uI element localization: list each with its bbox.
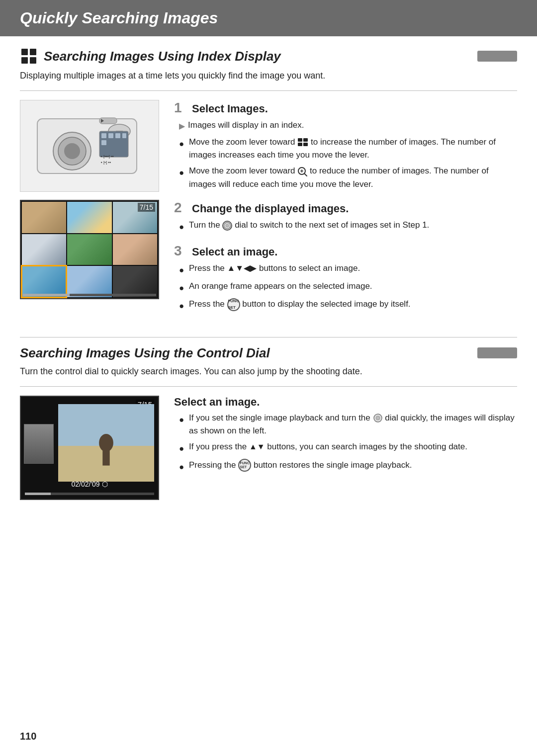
section2-layout: 7/15 02/02 <box>20 396 517 500</box>
index-bar <box>23 294 156 296</box>
step-2: 2 Change the displayed images. ● Turn th… <box>174 200 517 234</box>
svg-rect-20 <box>298 138 302 142</box>
svg-rect-14 <box>108 133 113 138</box>
svg-rect-17 <box>101 140 106 145</box>
step-1-bullet-3: ● Move the zoom lever toward to reduce t… <box>179 165 517 191</box>
step-1: 1 Select Images. ▶ Images will display i… <box>174 100 517 191</box>
svg-point-7 <box>64 143 80 159</box>
step-3-bullet-2: ● An orange frame appears on the selecte… <box>179 280 517 295</box>
step-3-bullet-2-text: An orange frame appears on the selected … <box>189 280 372 293</box>
step-1-bullet-2-text: Move the zoom lever toward to increase t… <box>189 136 517 162</box>
step-2-number: 2 <box>174 200 188 216</box>
dot-icon-7: ● <box>179 414 186 426</box>
step-1-bullets: ▶ Images will display in an index. ● Mov… <box>174 119 517 191</box>
func-icon-1: FUNCSET <box>227 298 240 311</box>
dial-icon-2 <box>373 413 383 423</box>
step-1-bullet-1: ▶ Images will display in an index. <box>179 119 517 133</box>
svg-point-32 <box>99 434 113 452</box>
step-1-bullet-3-text: Move the zoom lever toward to reduce the… <box>189 165 517 191</box>
updown-arrows-icon: ▲▼ <box>249 442 265 451</box>
func-icon-2: FUNCSET <box>238 459 251 472</box>
section2-description: Turn the control dial to quickly search … <box>20 365 517 378</box>
svg-rect-21 <box>303 138 308 142</box>
steps-image-column: ▪ [▪▪▪] ▪▪ ▪ [▪] ▪▪ 7/15 <box>20 100 159 299</box>
step-2-bullet-1: ● Turn the dial to switch to the next se… <box>179 219 517 234</box>
dot-icon-2: ● <box>179 167 186 179</box>
step-3: 3 Select an image. ● Press the ▲▼◀▶ butt… <box>174 243 517 313</box>
step-2-label: Change the displayed images. <box>192 202 349 215</box>
main-image <box>58 404 154 482</box>
dot-icon-3: ● <box>179 221 186 234</box>
dot-icon-5: ● <box>179 282 186 295</box>
steps-layout: ▪ [▪▪▪] ▪▪ ▪ [▪] ▪▪ 7/15 <box>20 100 517 322</box>
page-number: 110 <box>20 731 36 742</box>
step-2-title: 2 Change the displayed images. <box>174 200 517 216</box>
step-1-bullet-1-text: Images will display in an index. <box>188 119 304 132</box>
step-3-title: 3 Select an image. <box>174 243 517 259</box>
section1-bar <box>477 51 517 62</box>
section2-bullet-1: ● If you set the single image playback a… <box>179 412 517 438</box>
step-3-bullets: ● Press the ▲▼◀▶ buttons to select an im… <box>174 262 517 313</box>
svg-text:▪ [▪▪▪] ▪▪: ▪ [▪▪▪] ▪▪ <box>101 154 114 159</box>
section2-step-label: Select an image. <box>174 396 260 409</box>
section2-image-column: 7/15 02/02 <box>20 396 159 500</box>
section2-bar <box>477 347 517 358</box>
step-1-label: Select Images. <box>192 102 268 115</box>
svg-point-29 <box>226 224 229 227</box>
index-grid <box>21 201 158 298</box>
section2-bullet-3: ● Pressing the FUNCSET button restores t… <box>179 459 517 474</box>
section2-bullet-2-text: If you press the ▲▼ buttons, you can sea… <box>189 440 467 453</box>
svg-rect-33 <box>102 450 109 465</box>
svg-rect-16 <box>122 133 126 138</box>
section2-bullet-3-text: Pressing the FUNCSET button restores the… <box>189 459 412 472</box>
section2-step-title: Select an image. <box>174 396 517 409</box>
camera-diagram: ▪ [▪▪▪] ▪▪ ▪ [▪] ▪▪ <box>20 100 159 192</box>
section2-heading: Searching Images Using the Control Dial <box>20 345 469 361</box>
step-3-label: Select an image. <box>192 246 277 258</box>
svg-rect-1 <box>30 49 36 55</box>
index-cell-9 <box>113 266 157 297</box>
svg-rect-0 <box>21 49 28 55</box>
dot-icon-6: ● <box>179 300 186 313</box>
section1-divider <box>20 90 517 91</box>
svg-rect-23 <box>303 143 308 146</box>
svg-rect-13 <box>101 133 106 138</box>
index-cell-6 <box>113 234 157 265</box>
arrows-icon: ▲▼◀▶ <box>227 263 257 273</box>
index-display-image: 7/15 <box>20 200 159 299</box>
page: Quickly Searching Images Searching Image… <box>0 0 537 756</box>
svg-rect-15 <box>115 133 120 138</box>
control-progress-fill <box>25 493 51 495</box>
index-cell-2 <box>67 202 111 233</box>
section2-steps-content: Select an image. ● If you set the single… <box>174 396 517 483</box>
index-counter: 7/15 <box>138 203 155 212</box>
section2-header: Searching Images Using the Control Dial <box>20 337 517 361</box>
dot-icon-8: ● <box>179 442 186 455</box>
step-1-title: 1 Select Images. <box>174 100 517 116</box>
grid-icon <box>20 47 38 65</box>
svg-line-25 <box>304 173 307 176</box>
svg-rect-3 <box>30 57 36 64</box>
index-cell-1 <box>22 202 66 233</box>
dot-icon-1: ● <box>179 138 186 151</box>
dot-icon-9: ● <box>179 461 186 474</box>
thumbnail-left <box>24 424 54 464</box>
step-2-bullets: ● Turn the dial to switch to the next se… <box>174 219 517 234</box>
dial-icon <box>222 221 232 231</box>
section2-bullet-1-text: If you set the single image playback and… <box>189 412 517 438</box>
steps-content: 1 Select Images. ▶ Images will display i… <box>174 100 517 322</box>
arrow-icon: ▶ <box>179 120 185 133</box>
section2-bullets: ● If you set the single image playback a… <box>174 412 517 474</box>
dot-icon-4: ● <box>179 264 186 277</box>
control-date: 02/02/'09 ⬡ <box>71 480 107 488</box>
step-1-number: 1 <box>174 100 188 116</box>
section1-header: Searching Images Using Index Display <box>20 47 517 65</box>
index-cell-8 <box>67 266 111 297</box>
title-bar: Quickly Searching Images <box>0 0 537 36</box>
svg-point-35 <box>376 416 380 420</box>
step-2-bullet-1-text: Turn the dial to switch to the next set … <box>189 219 429 232</box>
section1-description: Displaying multiple images at a time let… <box>20 69 517 83</box>
step-3-bullet-1-text: Press the ▲▼◀▶ buttons to select an imag… <box>189 262 360 275</box>
step-1-bullet-2: ● Move the zoom lever toward to increase… <box>179 136 517 162</box>
svg-text:▪ [▪] ▪▪: ▪ [▪] ▪▪ <box>101 160 111 165</box>
